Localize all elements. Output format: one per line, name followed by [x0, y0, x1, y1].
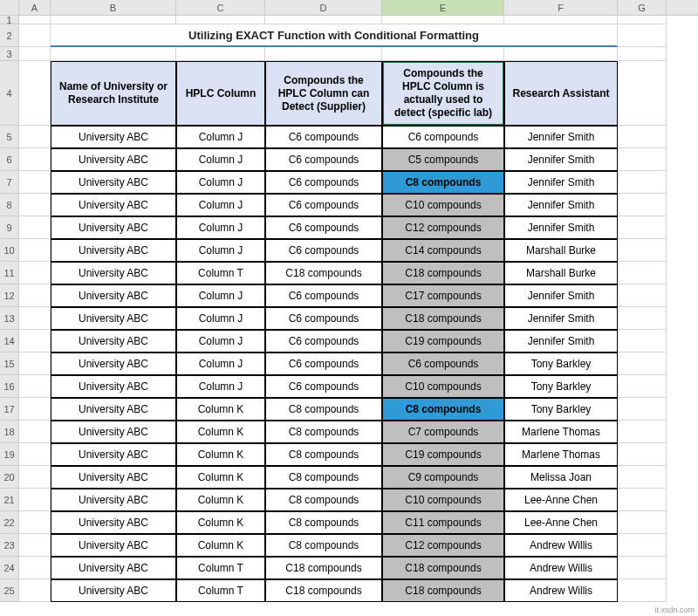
row-header-2[interactable]: 2 [0, 24, 19, 47]
cell-B9[interactable]: University ABC [51, 216, 176, 239]
cell-F5[interactable]: Jennifer Smith [504, 126, 618, 148]
cell-B25[interactable]: University ABC [51, 579, 176, 602]
cell-G[interactable] [618, 489, 667, 511]
cell-A[interactable] [19, 330, 51, 352]
cell-E6[interactable]: C5 compounds [382, 148, 504, 171]
cell-D20[interactable]: C8 compounds [265, 466, 382, 489]
cell-G[interactable] [618, 239, 667, 262]
cell-B[interactable] [51, 16, 176, 24]
cell-F21[interactable]: Lee-Anne Chen [504, 489, 618, 511]
cell-A[interactable] [19, 284, 51, 307]
row-header-22[interactable]: 22 [0, 511, 19, 534]
cell-D[interactable] [265, 16, 382, 24]
cell-E13[interactable]: C18 compounds [382, 307, 504, 330]
cell-F9[interactable]: Jennifer Smith [504, 216, 618, 239]
cell-B18[interactable]: University ABC [51, 421, 176, 443]
cell-A[interactable] [19, 421, 51, 443]
cell-F17[interactable]: Tony Barkley [504, 398, 618, 421]
cell-C14[interactable]: Column J [176, 330, 265, 352]
cell-E8[interactable]: C10 compounds [382, 194, 504, 216]
cell-A[interactable] [19, 148, 51, 171]
cell-D5[interactable]: C6 compounds [265, 126, 382, 148]
cell-C15[interactable]: Column J [176, 352, 265, 375]
cell-D7[interactable]: C6 compounds [265, 171, 382, 194]
cell-B7[interactable]: University ABC [51, 171, 176, 194]
cell-E10[interactable]: C14 compounds [382, 239, 504, 262]
cell-C[interactable] [176, 47, 265, 61]
cell-E25[interactable]: C18 compounds [382, 579, 504, 602]
cell-D11[interactable]: C18 compounds [265, 262, 382, 284]
cell-F10[interactable]: Marshall Burke [504, 239, 618, 262]
row-header-13[interactable]: 13 [0, 307, 19, 330]
cell-B21[interactable]: University ABC [51, 489, 176, 511]
cell-A[interactable] [19, 171, 51, 194]
cell-A[interactable] [19, 466, 51, 489]
cell-F11[interactable]: Marshall Burke [504, 262, 618, 284]
cell-G[interactable] [618, 579, 667, 602]
row-header-16[interactable]: 16 [0, 375, 19, 398]
cell-A[interactable] [19, 443, 51, 466]
cell-G[interactable] [618, 47, 667, 61]
cell-G[interactable] [618, 126, 667, 148]
cell-A[interactable] [19, 126, 51, 148]
table-header-C[interactable]: HPLC Column [176, 61, 265, 126]
row-header-10[interactable]: 10 [0, 239, 19, 262]
cell-A[interactable] [19, 489, 51, 511]
col-header-E[interactable]: E [382, 0, 504, 15]
cell-A[interactable] [19, 16, 51, 24]
cell-G[interactable] [618, 443, 667, 466]
cell-E5[interactable]: C6 compounds [382, 126, 504, 148]
cell-A[interactable] [19, 398, 51, 421]
col-header-G[interactable]: G [618, 0, 667, 15]
row-header-7[interactable]: 7 [0, 171, 19, 194]
row-header-3[interactable]: 3 [0, 47, 19, 61]
row-header-24[interactable]: 24 [0, 557, 19, 579]
cell-F[interactable] [504, 47, 618, 61]
cell-G[interactable] [618, 352, 667, 375]
cell-E7[interactable]: C8 compounds [382, 171, 504, 194]
table-header-E[interactable]: Compounds the HPLC Column is actually us… [382, 61, 504, 126]
cell-E14[interactable]: C19 compounds [382, 330, 504, 352]
cell-F[interactable] [504, 16, 618, 24]
row-header-6[interactable]: 6 [0, 148, 19, 171]
cell-F19[interactable]: Marlene Thomas [504, 443, 618, 466]
cell-C16[interactable]: Column J [176, 375, 265, 398]
cell-B17[interactable]: University ABC [51, 398, 176, 421]
cell-A[interactable] [19, 24, 51, 47]
cell-F23[interactable]: Andrew Willis [504, 534, 618, 557]
cell-E21[interactable]: C10 compounds [382, 489, 504, 511]
cell-E18[interactable]: C7 compounds [382, 421, 504, 443]
cell-E24[interactable]: C18 compounds [382, 557, 504, 579]
col-header-B[interactable]: B [51, 0, 176, 15]
cell-B16[interactable]: University ABC [51, 375, 176, 398]
cell-A[interactable] [19, 511, 51, 534]
cell-B20[interactable]: University ABC [51, 466, 176, 489]
cell-E[interactable] [382, 47, 504, 61]
col-header-A[interactable]: A [19, 0, 51, 15]
cell-D10[interactable]: C6 compounds [265, 239, 382, 262]
row-header-14[interactable]: 14 [0, 330, 19, 352]
cell-C5[interactable]: Column J [176, 126, 265, 148]
cell-E9[interactable]: C12 compounds [382, 216, 504, 239]
cell-F14[interactable]: Jennifer Smith [504, 330, 618, 352]
select-all-corner[interactable] [0, 0, 19, 15]
cell-C20[interactable]: Column K [176, 466, 265, 489]
cell-G[interactable] [618, 61, 667, 126]
cell-G[interactable] [618, 16, 667, 24]
cell-C18[interactable]: Column K [176, 421, 265, 443]
table-header-F[interactable]: Research Assistant [504, 61, 618, 126]
cell-D24[interactable]: C18 compounds [265, 557, 382, 579]
cell-G[interactable] [618, 171, 667, 194]
cell-G[interactable] [618, 216, 667, 239]
cell-D[interactable] [265, 47, 382, 61]
cell-E23[interactable]: C12 compounds [382, 534, 504, 557]
cell-A[interactable] [19, 262, 51, 284]
cell-G[interactable] [618, 148, 667, 171]
cell-E[interactable] [382, 16, 504, 24]
cell-B19[interactable]: University ABC [51, 443, 176, 466]
cell-E11[interactable]: C18 compounds [382, 262, 504, 284]
cell-A[interactable] [19, 579, 51, 602]
cell-F12[interactable]: Jennifer Smith [504, 284, 618, 307]
cell-B11[interactable]: University ABC [51, 262, 176, 284]
cell-D15[interactable]: C6 compounds [265, 352, 382, 375]
